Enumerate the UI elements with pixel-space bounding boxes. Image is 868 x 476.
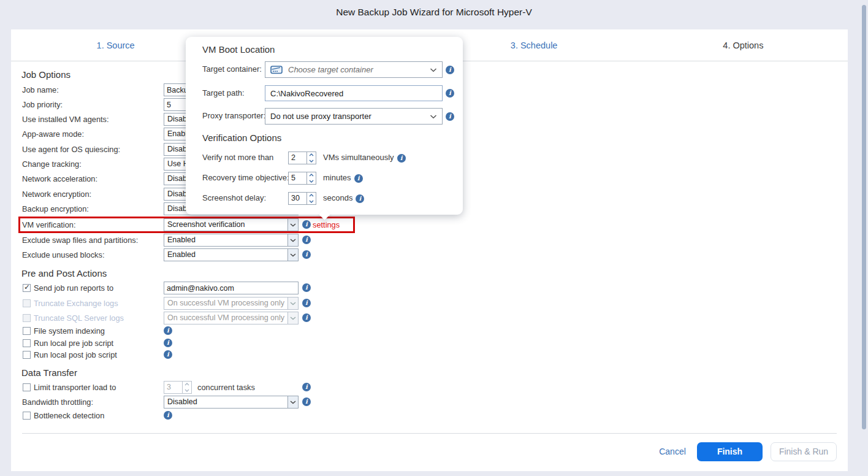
info-icon[interactable]: i [356, 194, 364, 203]
info-icon[interactable]: i [164, 411, 172, 420]
info-icon[interactable]: i [164, 339, 172, 347]
rto-stepper[interactable]: 5 [288, 172, 316, 185]
info-icon[interactable]: i [302, 397, 311, 406]
info-icon[interactable]: i [302, 250, 311, 259]
exclude-unused-select[interactable]: Enabled [164, 248, 299, 261]
pre-script-checkbox[interactable] [23, 339, 31, 347]
section-pre-post: Pre and Post Actions [21, 268, 107, 278]
job-name-label: Job name: [22, 83, 59, 97]
vm-verification-label: VM verification: [22, 218, 75, 232]
info-icon[interactable]: i [164, 350, 172, 359]
info-icon[interactable]: i [302, 313, 311, 322]
verification-options-title: Verification Options [202, 132, 281, 143]
vertical-scrollbar[interactable] [862, 5, 866, 429]
rto-label: Recovery time objective: [202, 171, 289, 185]
stepper-up-icon[interactable] [307, 172, 316, 178]
app-aware-label: App-aware mode: [22, 128, 84, 141]
info-icon[interactable]: i [446, 112, 454, 121]
info-icon[interactable]: i [446, 66, 454, 74]
info-icon[interactable]: i [354, 174, 363, 183]
truncate-exchange-select: On successful VM processing only [164, 297, 299, 310]
target-path-input[interactable] [265, 85, 443, 101]
bandwidth-select[interactable]: Disabled [164, 396, 299, 409]
fs-indexing-label: File system indexing [34, 324, 105, 338]
screenshot-delay-stepper[interactable]: 30 [288, 192, 316, 205]
send-reports-label: Send job run reports to [34, 282, 113, 295]
os-quiescing-label: Use agent for OS quiescing: [22, 143, 120, 156]
truncate-sql-label: Truncate SQL Server logs [34, 312, 124, 325]
bandwidth-label: Bandwidth throttling: [22, 396, 93, 409]
chevron-down-icon [430, 65, 437, 74]
truncate-exchange-checkbox[interactable] [23, 299, 31, 307]
exclude-swap-select[interactable]: Enabled [164, 234, 299, 247]
rto-suffix: minutesi [323, 171, 363, 185]
vm-boot-location-popup: VM Boot Location Target container: Choos… [186, 37, 463, 215]
target-path-label: Target path: [202, 86, 245, 100]
verify-vms-suffix: VMs simultaneouslyi [323, 151, 406, 164]
limit-load-checkbox[interactable] [23, 383, 31, 391]
chevron-down-icon [287, 312, 298, 324]
send-reports-email-input[interactable] [164, 282, 299, 294]
limit-load-stepper: 3 [164, 381, 192, 394]
target-container-label: Target container: [202, 63, 262, 76]
verify-vms-stepper[interactable]: 2 [288, 152, 316, 164]
finish-button[interactable]: Finish [697, 442, 763, 461]
screenshot-delay-suffix: secondsi [323, 191, 364, 205]
send-reports-checkbox[interactable] [23, 284, 31, 292]
stepper-up-icon [183, 382, 191, 388]
info-icon[interactable]: i [302, 236, 311, 244]
exclude-swap-label: Exclude swap files and partitions: [22, 234, 138, 247]
info-icon[interactable]: i [302, 383, 311, 391]
chevron-down-icon [430, 112, 437, 121]
info-icon[interactable]: i [164, 326, 172, 335]
stepper-down-icon[interactable] [307, 158, 316, 164]
truncate-sql-checkbox[interactable] [23, 314, 31, 322]
bottleneck-checkbox[interactable] [23, 412, 31, 420]
stepper-down-icon[interactable] [307, 199, 316, 205]
post-script-label: Run local post job script [34, 348, 117, 362]
vm-verification-select[interactable]: Screenshot verification [164, 218, 299, 231]
stepper-down-icon[interactable] [307, 178, 316, 185]
job-priority-label: Job priority: [22, 98, 63, 112]
section-data-transfer: Data Transfer [21, 367, 77, 378]
verify-vms-label: Verify not more than [202, 151, 273, 164]
footer-divider [22, 433, 837, 434]
change-tracking-label: Change tracking: [22, 158, 82, 171]
net-enc-label: Network encryption: [22, 188, 91, 201]
finish-and-run-button[interactable]: Finish & Run [771, 442, 837, 461]
page-title: New Backup Job Wizard for Microsoft Hype… [0, 7, 868, 18]
info-icon[interactable]: i [397, 154, 406, 163]
chevron-down-icon[interactable] [287, 396, 298, 408]
info-icon[interactable]: i [446, 89, 454, 98]
stepper-up-icon[interactable] [307, 193, 316, 199]
proxy-transporter-label: Proxy transporter: [202, 109, 265, 123]
chevron-down-icon [287, 298, 298, 309]
truncate-exchange-label: Truncate Exchange logs [34, 297, 118, 310]
chevron-down-icon[interactable] [287, 219, 298, 231]
truncate-sql-select: On successful VM processing only [164, 312, 299, 324]
section-job-options: Job Options [21, 69, 70, 80]
info-icon[interactable]: i [302, 299, 311, 307]
fs-indexing-checkbox[interactable] [23, 327, 31, 335]
vm-verification-settings-link[interactable]: settings [313, 218, 340, 232]
stepper-down-icon [183, 388, 191, 394]
backup-enc-label: Backup encryption: [22, 202, 89, 216]
proxy-transporter-select[interactable]: Do not use proxy transporter [265, 108, 443, 125]
info-icon[interactable]: i [302, 220, 311, 229]
post-script-checkbox[interactable] [23, 351, 31, 359]
stepper-up-icon[interactable] [307, 152, 316, 158]
vm-agents-label: Use installed VM agents: [22, 113, 109, 126]
storage-container-icon [270, 65, 283, 74]
screenshot-delay-label: Screenshot delay: [202, 191, 266, 205]
chevron-down-icon[interactable] [287, 249, 298, 261]
popup-title: VM Boot Location [202, 44, 275, 55]
tab-options[interactable]: 4. Options [639, 29, 848, 61]
limit-load-label: Limit transporter load to [34, 381, 116, 394]
chevron-down-icon[interactable] [287, 234, 298, 246]
cancel-button[interactable]: Cancel [657, 442, 688, 461]
info-icon[interactable]: i [302, 283, 311, 292]
limit-load-suffix: concurrent tasks [197, 381, 255, 394]
target-container-select[interactable]: Choose target container [265, 61, 443, 78]
bottleneck-label: Bottleneck detection [34, 409, 104, 423]
exclude-unused-label: Exclude unused blocks: [22, 248, 104, 262]
